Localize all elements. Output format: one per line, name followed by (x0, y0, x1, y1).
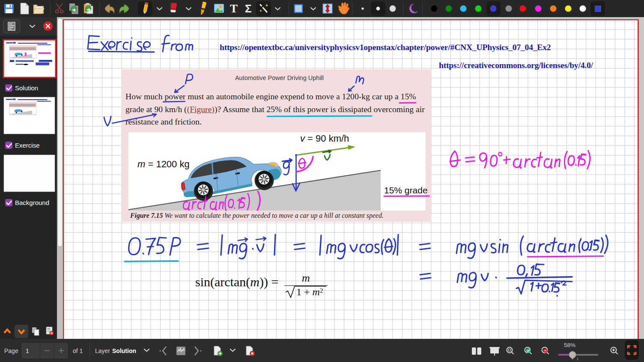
svg-text:Σ: Σ (245, 2, 252, 15)
svg-text:T: T (230, 2, 238, 15)
svg-text:1: 1 (26, 347, 29, 354)
svg-text:58%: 58% (564, 342, 575, 348)
